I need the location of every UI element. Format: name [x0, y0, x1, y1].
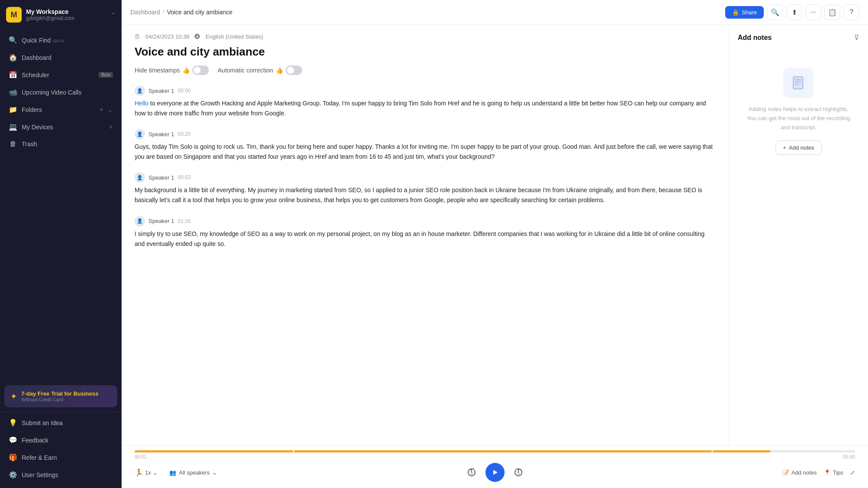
- speaker-text-2: Guys, today Tim Solo is going to rock us…: [135, 142, 716, 162]
- highlight-hello: Hello: [135, 100, 149, 107]
- transcript-icon: 📋: [828, 8, 837, 16]
- add-notes-button[interactable]: + Add notes: [776, 141, 822, 155]
- workspace-avatar: M: [6, 7, 22, 23]
- speed-chevron-icon: ⌄: [153, 469, 158, 476]
- sidebar-item-feedback[interactable]: 💬 Feedback: [3, 432, 119, 449]
- notes-filter-icon[interactable]: ⊽: [854, 33, 859, 42]
- sidebar-item-folders[interactable]: 📁 Folders + ⌄: [3, 101, 119, 118]
- folder-icon: 📁: [9, 105, 17, 114]
- speaker-text-4: I simply try to use SEO, my knowledge of…: [135, 229, 716, 249]
- speaker-text-1-body: to everyone at the Growth Hacking and Ap…: [135, 100, 706, 117]
- speakers-chevron-icon: ⌄: [212, 469, 217, 476]
- speakers-button[interactable]: 👥 All speakers ⌄: [169, 469, 217, 476]
- speaker-block-2: 👤 Speaker 1 00:20 Guys, today Tim Solo i…: [135, 129, 716, 162]
- breadcrumb-current: Voice and city ambiance: [167, 9, 232, 16]
- recording-date-icon: 🗓: [135, 33, 140, 40]
- player-add-notes-button[interactable]: 📝 Add notes: [782, 469, 817, 476]
- hide-timestamps-toggle[interactable]: [192, 66, 209, 75]
- auto-correction-emoji: 👍: [276, 67, 283, 74]
- transcript-button[interactable]: 📋: [825, 4, 840, 20]
- notes-placeholder-icon: [783, 68, 814, 98]
- breadcrumb-home[interactable]: Dashboard: [130, 9, 160, 16]
- transcript-pane: 🗓 04/24/2023 10:38 🅐 English (United Sta…: [122, 25, 729, 445]
- help-button[interactable]: ?: [844, 4, 859, 20]
- breadcrumb-separator: /: [163, 9, 165, 16]
- sidebar-item-quick-find[interactable]: 🔍 Quick Find ctrl+k: [3, 32, 119, 49]
- workspace-info: My Workspace gdolgikh@gmail.com: [26, 8, 107, 21]
- notes-hint: Adding notes helps to extract highlights…: [746, 105, 851, 132]
- breadcrumb: Dashboard / Voice and city ambiance: [130, 9, 232, 16]
- auto-correction-group: Automatic correction 👍: [218, 66, 302, 75]
- fullscreen-button[interactable]: ⤢: [850, 469, 855, 476]
- sidebar-item-submit-idea[interactable]: 💡 Submit an Idea: [3, 414, 119, 431]
- sidebar-item-trash[interactable]: 🗑 Trash: [3, 136, 119, 152]
- speaker-name-4: Speaker 1: [149, 218, 174, 224]
- svg-rect-0: [793, 77, 803, 89]
- scheduler-icon: 📅: [9, 71, 17, 79]
- share-button[interactable]: 🔒 Share: [725, 6, 764, 19]
- folders-add-icon[interactable]: +: [99, 106, 103, 114]
- skip-back-button[interactable]: 5: [465, 465, 479, 479]
- tips-icon: 📍: [824, 469, 831, 476]
- speaker-text-1: Hello to everyone at the Growth Hacking …: [135, 98, 716, 118]
- devices-add-icon[interactable]: +: [109, 123, 113, 131]
- auto-correction-toggle[interactable]: [286, 66, 302, 75]
- recording-title: Voice and city ambiance: [135, 45, 716, 59]
- play-button[interactable]: [485, 463, 505, 482]
- time-labels: 00:01 05:00: [135, 454, 855, 459]
- trash-icon: 🗑: [9, 140, 17, 148]
- folders-chevron-icon[interactable]: ⌄: [108, 106, 113, 113]
- notes-title: Add notes: [738, 34, 772, 42]
- recording-meta: 🗓 04/24/2023 10:38 🅐 English (United Sta…: [135, 33, 716, 40]
- speed-emoji: 🏃: [135, 468, 143, 477]
- content-area: 🗓 04/24/2023 10:38 🅐 English (United Sta…: [122, 25, 868, 445]
- add-notes-plus-icon: +: [783, 144, 786, 151]
- hide-timestamps-label: Hide timestamps: [135, 67, 180, 74]
- trial-sub: Without Credit Card: [21, 397, 99, 402]
- end-time: 05:00: [843, 454, 855, 459]
- trial-title: 7-day Free Trial for Business: [21, 390, 99, 397]
- search-icon: 🔍: [9, 36, 17, 44]
- workspace-name: My Workspace: [26, 8, 107, 15]
- controls-row: Hide timestamps 👍 Automatic correction 👍: [135, 66, 716, 75]
- devices-icon: 💻: [9, 123, 17, 131]
- workspace-email: gdolgikh@gmail.com: [26, 15, 107, 21]
- sidebar-item-user-settings[interactable]: ⚙️ User Settings: [3, 466, 119, 483]
- workspace-chevron-icon: ⌃: [111, 12, 116, 18]
- upload-button[interactable]: ⬆: [786, 4, 802, 20]
- trial-text: 7-day Free Trial for Business Without Cr…: [21, 390, 99, 402]
- speaker-avatar-1: 👤: [135, 85, 145, 96]
- sidebar-item-label: Folders: [22, 106, 95, 113]
- sidebar-item-dashboard[interactable]: 🏠 Dashboard: [3, 49, 119, 66]
- progress-fill-1: [135, 450, 293, 452]
- settings-icon: ⚙️: [9, 471, 17, 479]
- tips-button[interactable]: 📍 Tips: [824, 469, 843, 476]
- speaker-block-4: 👤 Speaker 1 01:26 I simply try to use SE…: [135, 216, 716, 249]
- more-options-button[interactable]: ···: [805, 4, 821, 20]
- sidebar-item-refer-earn[interactable]: 🎁 Refer & Earn: [3, 449, 119, 466]
- speaker-block-1: 👤 Speaker 1 00:00 Hello to everyone at t…: [135, 85, 716, 118]
- speed-button[interactable]: 🏃 1x ⌄: [135, 468, 158, 477]
- notes-pane: Add notes ⊽ Adding notes helps to extrac…: [729, 25, 868, 445]
- notes-header: Add notes ⊽: [738, 33, 859, 42]
- topbar: Dashboard / Voice and city ambiance 🔒 Sh…: [122, 0, 868, 25]
- sidebar-item-my-devices[interactable]: 💻 My Devices +: [3, 118, 119, 135]
- tips-label: Tips: [833, 469, 843, 476]
- sidebar-item-label: Trash: [22, 141, 113, 147]
- speaker-header-3: 👤 Speaker 1 00:53: [135, 172, 716, 183]
- more-icon: ···: [810, 8, 816, 16]
- search-button[interactable]: 🔍: [767, 4, 783, 20]
- dashboard-icon: 🏠: [9, 53, 17, 62]
- sidebar-item-upcoming-video[interactable]: 📹 Upcoming Video Calls: [3, 84, 119, 101]
- sidebar-item-label: User Settings: [22, 472, 113, 478]
- speaker-time-2: 00:20: [178, 131, 191, 137]
- speaker-block-3: 👤 Speaker 1 00:53 My background is a lit…: [135, 172, 716, 205]
- progress-track[interactable]: [135, 450, 855, 452]
- current-time: 00:01: [135, 454, 147, 459]
- add-notes-label: Add notes: [789, 144, 815, 151]
- workspace-header[interactable]: M My Workspace gdolgikh@gmail.com ⌃: [0, 0, 122, 29]
- skip-forward-button[interactable]: 5: [512, 465, 525, 479]
- speakers-icon: 👥: [169, 469, 176, 476]
- trial-banner[interactable]: ✦ 7-day Free Trial for Business Without …: [4, 385, 117, 407]
- sidebar-item-scheduler[interactable]: 📅 Scheduler Beta: [3, 66, 119, 83]
